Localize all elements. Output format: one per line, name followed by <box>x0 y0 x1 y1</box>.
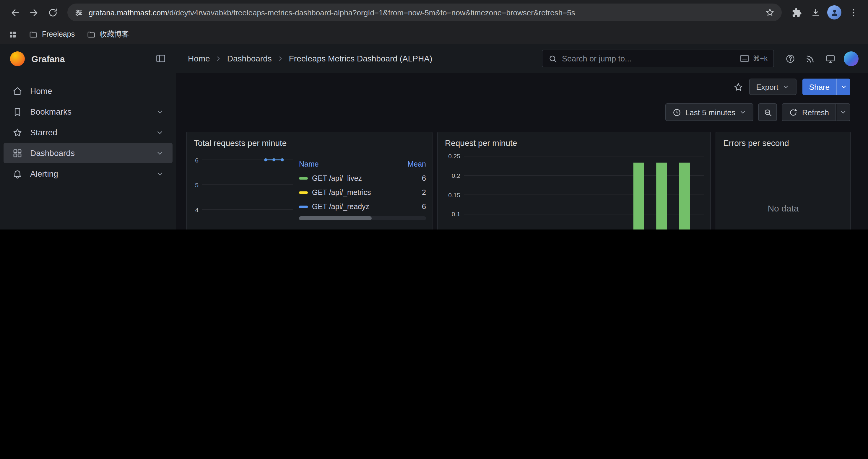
downloads-icon[interactable] <box>807 4 824 21</box>
refresh-split-button: Refresh <box>782 103 850 121</box>
series-name[interactable]: GET /api/_readyz <box>312 203 369 211</box>
topbar-icons <box>781 50 859 67</box>
request-per-minute-chart[interactable]: 0.250.20.150.10.05017:37:0017:38:0017:39… <box>444 151 704 230</box>
clock-icon <box>673 108 681 117</box>
home-icon <box>12 86 23 96</box>
dashboard-main: Export Share <box>176 73 868 230</box>
chevron-right-icon <box>215 55 222 62</box>
legend-table: Name Mean GET /api/_livez 6 GET /api/_me… <box>293 157 426 230</box>
sidebar-item-dashboards[interactable]: Dashboards <box>4 143 173 163</box>
legend-row: GET /api/_livez 6 <box>299 171 426 186</box>
bookmark-folder-freeleaps[interactable]: Freeleaps <box>29 30 75 39</box>
browser-menu-kebab-icon[interactable] <box>844 4 862 21</box>
chevron-down-icon <box>740 109 747 116</box>
breadcrumb-current: Freeleaps Metrics Dashboard (ALPHA) <box>289 54 433 63</box>
zoom-out-button[interactable] <box>758 103 777 121</box>
panel-title[interactable]: Request per minute <box>445 137 704 149</box>
bell-icon <box>12 169 23 179</box>
chevron-down-icon[interactable] <box>156 170 164 177</box>
legend-header-name[interactable]: Name <box>299 160 393 168</box>
legend-row: GET /api/_readyz 6 <box>299 200 426 214</box>
refresh-interval-button[interactable] <box>836 103 850 121</box>
bookmark-label: Freeleaps <box>42 30 75 38</box>
star-icon <box>12 127 23 137</box>
sidebar-item-alerting[interactable]: Alerting <box>4 164 173 184</box>
url-bar[interactable]: grafana.mathmast.com/d/deytv4rwavabkb/fr… <box>67 4 782 21</box>
back-icon[interactable] <box>6 4 24 21</box>
rss-icon[interactable] <box>801 50 819 67</box>
panel-errors-per-second: Errors per second No data <box>716 132 851 230</box>
search-shortcut: ⌘+k <box>740 54 768 63</box>
display-icon[interactable] <box>821 50 839 67</box>
total-requests-chart[interactable]: 6543217:40 <box>193 151 293 230</box>
series-mean: 6 <box>393 174 426 183</box>
export-button[interactable]: Export <box>749 78 797 95</box>
breadcrumb-home[interactable]: Home <box>188 54 210 63</box>
brand-block: Grafana <box>0 51 176 66</box>
series-mean: 6 <box>393 203 426 211</box>
legend-header-mean[interactable]: Mean <box>393 160 426 168</box>
apps-grid-icon[interactable] <box>8 30 17 39</box>
series-name[interactable]: GET /api/_livez <box>312 174 362 183</box>
search-placeholder: Search or jump to... <box>562 54 632 63</box>
series-color-swatch <box>299 177 308 179</box>
sidebar-toggle-icon[interactable] <box>155 53 166 64</box>
chevron-down-icon[interactable] <box>156 129 164 136</box>
bookmark-folder-blogs[interactable]: 收藏博客 <box>87 29 129 39</box>
help-icon[interactable] <box>781 50 799 67</box>
refresh-button[interactable]: Refresh <box>782 103 836 121</box>
grafana-logo[interactable] <box>10 51 25 66</box>
sidebar-item-home[interactable]: Home <box>4 81 173 101</box>
legend-header-row: Name Mean <box>299 157 426 171</box>
series-color-swatch <box>299 205 308 208</box>
breadcrumb: Home Dashboards Freeleaps Metrics Dashbo… <box>188 54 432 63</box>
time-controls: Last 5 minutes Refresh <box>176 95 868 121</box>
legend-row: GET /api/_metrics 2 <box>299 186 426 200</box>
sidebar-nav: Home Bookmarks Starred <box>0 73 176 230</box>
forward-icon[interactable] <box>25 4 42 21</box>
breadcrumb-dashboards[interactable]: Dashboards <box>227 54 272 63</box>
grafana-topbar: Grafana Home Dashboards Freeleaps Metric… <box>0 44 868 73</box>
panel-grid: Total requests per minute 6543217:40 Nam… <box>176 121 868 230</box>
bookmark-star-icon[interactable] <box>765 8 775 17</box>
no-data-message: No data <box>768 203 799 213</box>
screen: grafana.mathmast.com/d/deytv4rwavabkb/fr… <box>0 0 868 230</box>
share-menu-button[interactable] <box>836 78 850 95</box>
scrollbar-thumb[interactable] <box>299 216 371 220</box>
chevron-down-icon[interactable] <box>156 108 164 116</box>
share-button[interactable]: Share <box>803 78 836 95</box>
chevron-right-icon <box>277 55 284 62</box>
sidebar-item-label: Starred <box>30 128 57 137</box>
browser-actions <box>788 4 862 21</box>
sidebar-item-label: Home <box>30 86 52 96</box>
chevron-down-icon <box>840 109 847 116</box>
dashboards-grid-icon <box>12 148 23 158</box>
reload-icon[interactable] <box>44 4 61 21</box>
sidebar-item-starred[interactable]: Starred <box>4 122 173 142</box>
profile-avatar[interactable] <box>826 4 843 21</box>
panel-title[interactable]: Total requests per minute <box>194 137 426 149</box>
user-avatar[interactable] <box>844 51 859 66</box>
sidebar-item-label: Alerting <box>30 169 58 178</box>
url-text: grafana.mathmast.com/d/deytv4rwavabkb/fr… <box>89 8 760 17</box>
bookmarks-bar: Freeleaps 收藏博客 <box>0 25 868 44</box>
series-mean: 2 <box>393 189 426 197</box>
legend-scrollbar[interactable] <box>299 216 426 220</box>
chevron-down-icon <box>783 83 790 90</box>
chevron-down-icon[interactable] <box>156 149 164 157</box>
folder-icon <box>29 30 38 39</box>
zoom-out-icon <box>764 108 772 117</box>
search-input[interactable]: Search or jump to... ⌘+k <box>542 50 774 67</box>
keyboard-icon <box>740 55 749 62</box>
extensions-icon[interactable] <box>788 4 805 21</box>
refresh-icon <box>789 108 798 117</box>
series-name[interactable]: GET /api/_metrics <box>312 189 371 197</box>
bookmark-icon <box>12 107 23 117</box>
sidebar-item-bookmarks[interactable]: Bookmarks <box>4 102 173 122</box>
time-range-picker[interactable]: Last 5 minutes <box>665 103 754 121</box>
bookmark-label: 收藏博客 <box>99 29 129 39</box>
sidebar-item-label: Bookmarks <box>30 107 71 117</box>
favorite-star-icon[interactable] <box>733 82 743 92</box>
site-info-icon[interactable] <box>74 8 83 17</box>
chevron-down-icon <box>840 83 847 90</box>
